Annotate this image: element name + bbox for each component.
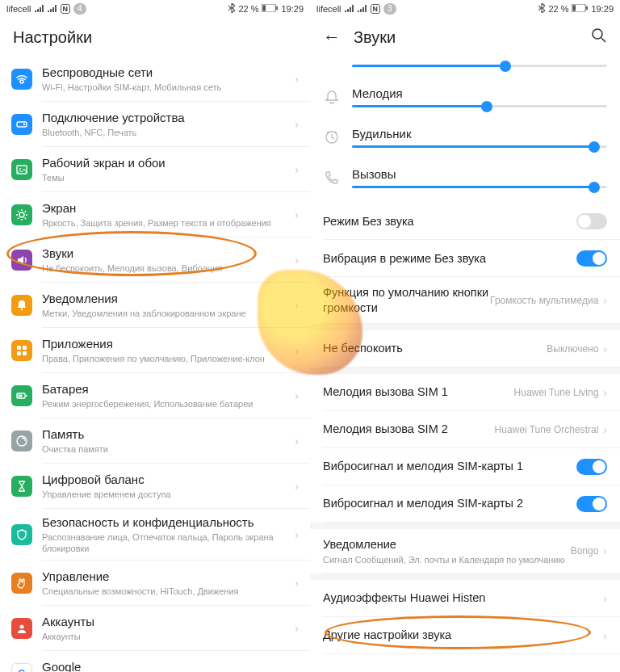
row-title: Звуки bbox=[42, 246, 290, 262]
settings-row-hourglass[interactable]: Цифровой баланс Управление временем дост… bbox=[0, 464, 310, 509]
setting-row[interactable]: Мелодия вызова SIM 2Huawei Tune Orchestr… bbox=[310, 411, 620, 448]
chevron-right-icon: › bbox=[603, 592, 607, 605]
row-subtitle: Метки, Уведомления на заблокированном эк… bbox=[42, 308, 290, 319]
apps-icon bbox=[11, 340, 32, 361]
setting-row[interactable]: Функция по умолчанию кнопки громкостиГро… bbox=[310, 277, 620, 324]
slider-track[interactable] bbox=[352, 105, 607, 107]
app-bar: Настройки bbox=[0, 18, 310, 57]
row-subtitle: Bluetooth, NFC, Печать bbox=[42, 127, 290, 138]
row-subtitle: Темы bbox=[42, 172, 290, 183]
row-subtitle: Права, Приложения по умолчанию, Приложен… bbox=[42, 353, 290, 364]
settings-row-image[interactable]: Рабочий экран и обои Темы › bbox=[0, 147, 310, 192]
time-label: 19:29 bbox=[281, 4, 304, 14]
chevron-right-icon: › bbox=[295, 528, 299, 541]
toggle-switch[interactable] bbox=[576, 213, 607, 229]
setting-row[interactable]: Аудиоэффекты Huawei Histen› bbox=[310, 580, 620, 617]
settings-row-storage[interactable]: Память Очистка памяти › bbox=[0, 418, 310, 464]
svg-point-22 bbox=[593, 29, 602, 39]
settings-row-apps[interactable]: Приложения Права, Приложения по умолчани… bbox=[0, 328, 310, 373]
setting-title: Вибросигнал и мелодия SIM-карты 2 bbox=[323, 496, 572, 511]
row-title: Подключение устройства bbox=[42, 111, 290, 126]
setting-title: Мелодия вызова SIM 2 bbox=[323, 422, 495, 437]
row-subtitle: Режим энергосбережения, Использование ба… bbox=[42, 398, 290, 410]
toggle-switch[interactable] bbox=[576, 459, 607, 475]
chevron-right-icon: › bbox=[295, 73, 299, 86]
setting-title: Вибрация в режиме Без звука bbox=[323, 251, 572, 267]
carrier-label: lifecell bbox=[6, 4, 31, 14]
chevron-right-icon: › bbox=[295, 667, 299, 672]
row-title: Приложения bbox=[42, 337, 290, 352]
setting-row[interactable]: Не беспокоитьВыключено› bbox=[310, 330, 620, 368]
settings-row-user[interactable]: Аккаунты Аккаунты › bbox=[0, 606, 310, 651]
settings-row-shield[interactable]: Безопасность и конфиденциальность Распоз… bbox=[0, 509, 310, 561]
volume-slider-phone[interactable]: Вызовы bbox=[323, 162, 607, 203]
svg-point-8 bbox=[21, 309, 23, 310]
settings-row-hand[interactable]: Управление Специальные возможности, HiTo… bbox=[0, 561, 310, 606]
sound-icon bbox=[11, 250, 32, 271]
svg-rect-15 bbox=[19, 395, 23, 397]
slider-track[interactable] bbox=[352, 145, 607, 148]
row-title: Память bbox=[42, 427, 290, 443]
link-icon bbox=[11, 114, 32, 135]
slider-label: Вызовы bbox=[352, 167, 607, 181]
volume-slider-media[interactable] bbox=[323, 60, 607, 82]
slider-track[interactable] bbox=[352, 186, 607, 188]
volume-sliders: Мелодия Будильник Вызовы bbox=[310, 57, 620, 203]
settings-row-wifi[interactable]: Беспроводные сети Wi-Fi, Настройки SIM-к… bbox=[0, 57, 310, 102]
settings-row-bell[interactable]: Уведомления Метки, Уведомления на заблок… bbox=[0, 283, 310, 328]
row-title: Рабочий экран и обои bbox=[42, 156, 290, 171]
row-subtitle: Яркость, Защита зрения, Размер текста и … bbox=[42, 217, 290, 229]
svg-rect-9 bbox=[17, 346, 21, 350]
toggle-switch[interactable] bbox=[576, 496, 607, 512]
settings-row-link[interactable]: Подключение устройства Bluetooth, NFC, П… bbox=[0, 102, 310, 147]
setting-row[interactable]: Другие настройки звука› bbox=[310, 617, 620, 654]
page-title: Звуки bbox=[354, 28, 396, 47]
row-subtitle: Аккаунты bbox=[42, 631, 290, 642]
slider-label: Мелодия bbox=[352, 86, 607, 100]
volume-slider-bell[interactable]: Мелодия bbox=[323, 82, 607, 122]
setting-value: Выключено bbox=[547, 343, 598, 355]
chevron-right-icon: › bbox=[603, 342, 607, 355]
sound-settings-list[interactable]: Режим Без звукаВибрация в режиме Без зву… bbox=[310, 203, 620, 654]
row-subtitle: Не беспокоить, Мелодия вызова, Вибрация bbox=[42, 262, 290, 274]
settings-row-sun[interactable]: Экран Яркость, Защита зрения, Размер тек… bbox=[0, 192, 310, 237]
toggle-switch[interactable] bbox=[576, 250, 607, 267]
user-icon bbox=[11, 618, 32, 639]
battery-label: 22 % bbox=[548, 4, 568, 14]
row-title: Аккаунты bbox=[42, 615, 290, 630]
bell-icon bbox=[323, 89, 341, 105]
chevron-right-icon: › bbox=[295, 622, 299, 635]
chevron-right-icon: › bbox=[295, 208, 299, 221]
row-title: Цифровой баланс bbox=[42, 472, 290, 488]
setting-row[interactable]: Мелодия вызова SIM 1Huawei Tune Living› bbox=[310, 374, 620, 411]
volume-slider-clock[interactable]: Будильник bbox=[323, 122, 607, 162]
svg-text:G: G bbox=[18, 668, 25, 672]
setting-row[interactable]: Вибросигнал и мелодия SIM-карты 1 bbox=[310, 448, 620, 485]
hourglass-icon bbox=[11, 476, 32, 497]
chevron-right-icon: › bbox=[603, 544, 607, 557]
svg-rect-11 bbox=[17, 351, 21, 355]
svg-point-4 bbox=[23, 124, 26, 126]
settings-list[interactable]: Беспроводные сети Wi-Fi, Настройки SIM-к… bbox=[0, 57, 310, 672]
settings-row-google[interactable]: G Google Сервисы Google › bbox=[0, 651, 310, 672]
battery-label: 22 % bbox=[238, 4, 258, 14]
slider-track[interactable] bbox=[352, 65, 607, 67]
setting-row[interactable]: Вибрация в режиме Без звука bbox=[310, 240, 620, 277]
setting-row[interactable]: Режим Без звука bbox=[310, 203, 620, 240]
google-icon: G bbox=[11, 663, 32, 672]
phone-icon bbox=[323, 170, 341, 186]
row-title: Google bbox=[42, 660, 290, 672]
chevron-right-icon: › bbox=[295, 299, 299, 312]
settings-row-battery[interactable]: Батарея Режим энергосбережения, Использо… bbox=[0, 373, 310, 418]
setting-value: Bongo bbox=[571, 545, 599, 556]
svg-rect-2 bbox=[277, 6, 279, 10]
storage-icon bbox=[11, 430, 32, 452]
setting-row[interactable]: УведомлениеСигнал Сообщений, Эл. почты и… bbox=[310, 529, 620, 573]
search-button[interactable] bbox=[591, 27, 607, 48]
setting-row[interactable]: Вибросигнал и мелодия SIM-карты 2 bbox=[310, 485, 620, 523]
bluetooth-icon bbox=[538, 3, 545, 15]
settings-row-sound[interactable]: Звуки Не беспокоить, Мелодия вызова, Виб… bbox=[0, 237, 310, 283]
setting-title: Функция по умолчанию кнопки громкости bbox=[323, 285, 490, 316]
chevron-right-icon: › bbox=[603, 423, 607, 436]
back-button[interactable]: ← bbox=[323, 27, 341, 48]
